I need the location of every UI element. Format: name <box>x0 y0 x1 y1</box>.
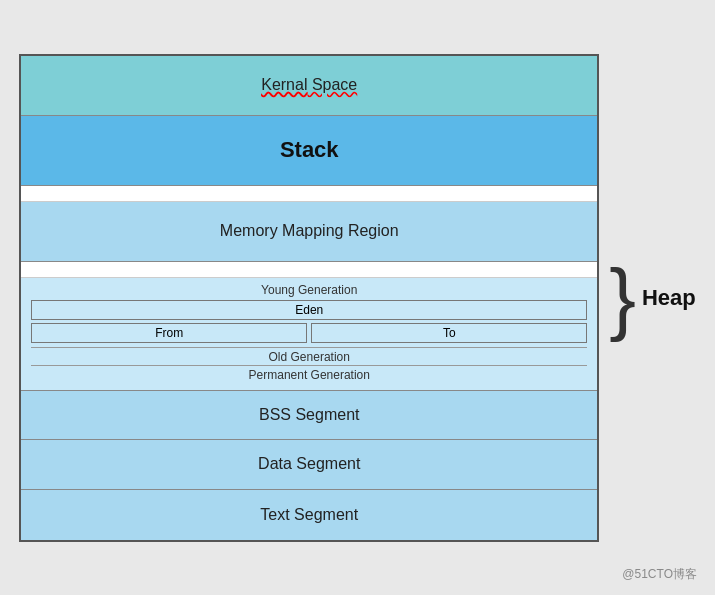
kernel-segment: Kernal Space <box>21 56 597 116</box>
text-label: Text Segment <box>260 506 358 524</box>
eden-label: Eden <box>295 303 323 317</box>
page-background: Kernal Space Stack Memory Mapping Region… <box>0 0 715 595</box>
data-label: Data Segment <box>258 455 360 473</box>
permanent-generation-label: Permanent Generation <box>31 365 587 385</box>
kernel-label: Kernal Space <box>261 76 357 94</box>
bss-segment: BSS Segment <box>21 390 597 440</box>
diagram-wrapper: Kernal Space Stack Memory Mapping Region… <box>19 54 696 542</box>
heap-area: Young Generation Eden From To Old Genera… <box>21 278 597 390</box>
heap-label: Heap <box>642 285 696 311</box>
old-generation-label: Old Generation <box>31 347 587 364</box>
from-label: From <box>155 326 183 340</box>
eden-box: Eden <box>31 300 587 320</box>
bss-label: BSS Segment <box>259 406 360 424</box>
to-label: To <box>443 326 456 340</box>
mmap-segment: Memory Mapping Region <box>21 202 597 262</box>
mmap-label: Memory Mapping Region <box>220 222 399 240</box>
from-to-row: From To <box>31 323 587 343</box>
stack-label: Stack <box>280 137 339 163</box>
heap-brace-label: } Heap <box>609 258 696 338</box>
young-generation-label: Young Generation <box>31 283 587 297</box>
from-box: From <box>31 323 307 343</box>
gap2 <box>21 262 597 278</box>
heap-brace-container: } Heap <box>609 258 696 338</box>
heap-inner: Young Generation Eden From To Old Genera… <box>21 278 597 390</box>
data-segment: Data Segment <box>21 440 597 490</box>
watermark: @51CTO博客 <box>622 566 697 583</box>
memory-diagram: Kernal Space Stack Memory Mapping Region… <box>19 54 599 542</box>
text-segment: Text Segment <box>21 490 597 540</box>
to-box: To <box>311 323 587 343</box>
stack-segment: Stack <box>21 116 597 186</box>
gap1 <box>21 186 597 202</box>
brace-icon: } <box>609 258 636 338</box>
